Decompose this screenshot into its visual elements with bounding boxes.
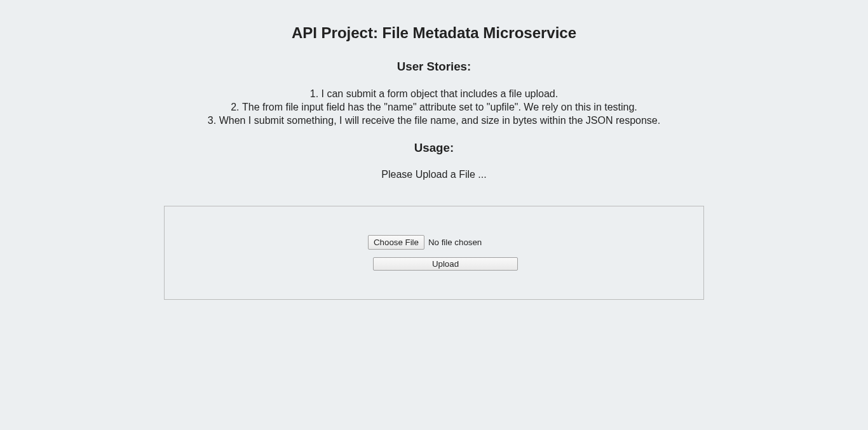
user-story-item: I can submit a form object that includes…	[208, 88, 660, 101]
usage-text: Please Upload a File ...	[0, 169, 868, 180]
choose-file-button[interactable]: Choose File	[368, 235, 424, 250]
upload-panel: Choose File No file chosen Upload	[164, 206, 704, 300]
upload-form: Choose File No file chosen Upload	[368, 235, 691, 271]
file-input-row: Choose File No file chosen	[368, 235, 691, 250]
file-status-text: No file chosen	[428, 238, 482, 247]
page-title: API Project: File Metadata Microservice	[0, 24, 868, 42]
upload-button[interactable]: Upload	[373, 257, 518, 271]
usage-heading: Usage:	[0, 141, 868, 155]
main-container: API Project: File Metadata Microservice …	[0, 0, 868, 300]
user-story-item: When I submit something, I will receive …	[208, 114, 660, 128]
user-stories-list: I can submit a form object that includes…	[208, 88, 660, 127]
user-story-item: The from file input field has the "name"…	[208, 101, 660, 114]
user-stories-heading: User Stories:	[0, 60, 868, 74]
